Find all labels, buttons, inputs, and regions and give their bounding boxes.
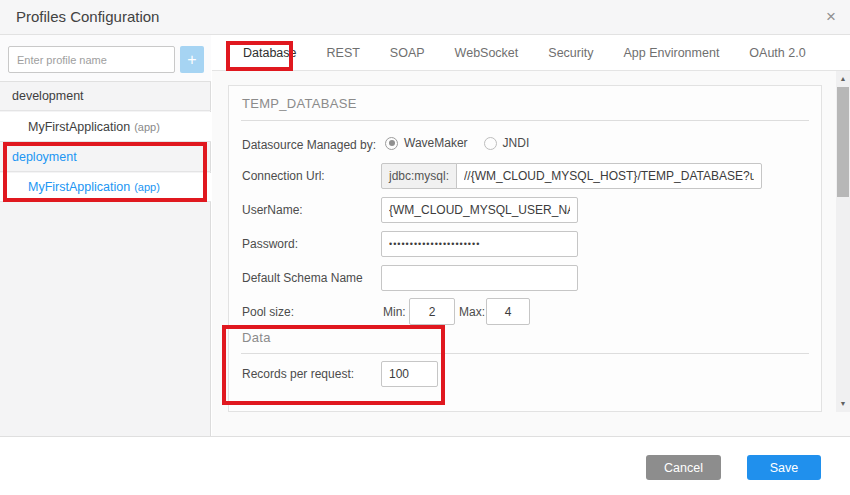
connection-url-input[interactable] [456, 163, 762, 189]
section-title-temp-database: TEMP_DATABASE [242, 96, 357, 111]
connection-url-label: Connection Url: [242, 169, 325, 183]
sidebar-item-deployment[interactable]: deployment [0, 143, 211, 172]
app-label: MyFirstApplication [28, 120, 130, 134]
tab-soap[interactable]: SOAP [385, 35, 430, 71]
database-settings-panel: TEMP_DATABASE Datasource Managed by: Wav… [228, 85, 822, 412]
tab-oauth[interactable]: OAuth 2.0 [744, 35, 810, 71]
radio-jndi-label: JNDI [503, 136, 530, 150]
pool-min-input[interactable] [409, 298, 455, 325]
app-label: MyFirstApplication [28, 180, 130, 194]
sidebar-item-development[interactable]: development [0, 82, 211, 111]
tab-database[interactable]: Database [238, 35, 302, 71]
scroll-down-icon[interactable]: ▼ [836, 398, 850, 410]
app-suffix: (app) [134, 121, 160, 133]
password-input[interactable] [381, 231, 578, 257]
profile-add-row: + [0, 35, 211, 82]
tab-rest[interactable]: REST [322, 35, 365, 71]
profile-name-input[interactable] [8, 46, 175, 73]
radio-jndi[interactable] [484, 137, 497, 150]
profile-label: development [12, 89, 84, 103]
pool-size-label: Pool size: [242, 305, 294, 319]
section-title-data: Data [242, 330, 271, 345]
app-suffix: (app) [134, 181, 160, 193]
password-label: Password: [242, 237, 298, 251]
sidebar-item-myfirstapplication-development[interactable]: MyFirstApplication (app) [0, 112, 211, 142]
default-schema-label: Default Schema Name [242, 271, 363, 285]
tab-content-database: TEMP_DATABASE Datasource Managed by: Wav… [212, 71, 850, 436]
tab-websocket[interactable]: WebSocket [450, 35, 524, 71]
tab-security[interactable]: Security [543, 35, 598, 71]
username-input[interactable] [381, 197, 578, 223]
profile-label: deployment [12, 150, 77, 164]
default-schema-input[interactable] [381, 265, 578, 291]
dialog-footer: Cancel Save [0, 436, 850, 495]
pool-max-input[interactable] [486, 298, 530, 325]
scrollbar[interactable]: ▲ ▼ [836, 71, 850, 412]
datasource-radio-group: WaveMaker JNDI [385, 136, 529, 150]
cancel-button[interactable]: Cancel [646, 455, 721, 480]
jdbc-prefix-box: jdbc:mysql: [381, 163, 457, 189]
scroll-up-icon[interactable]: ▲ [836, 73, 850, 85]
section-divider [241, 120, 809, 121]
pool-max-label: Max: [459, 305, 485, 319]
profiles-sidebar: + development MyFirstApplication (app) d… [0, 35, 211, 436]
profiles-configuration-dialog: Profiles Configuration × + development M… [0, 0, 850, 495]
dialog-title: Profiles Configuration [16, 8, 159, 25]
pool-min-label: Min: [383, 305, 406, 319]
sidebar-item-myfirstapplication-deployment[interactable]: MyFirstApplication (app) [0, 173, 211, 202]
radio-wavemaker[interactable] [385, 137, 398, 150]
datasource-managed-label: Datasource Managed by: [242, 138, 376, 152]
add-profile-button[interactable]: + [180, 46, 204, 73]
close-icon[interactable]: × [826, 7, 836, 27]
tab-app-environment[interactable]: App Environment [618, 35, 724, 71]
records-per-request-input[interactable] [381, 361, 438, 387]
records-per-request-label: Records per request: [242, 367, 354, 381]
username-label: UserName: [242, 203, 303, 217]
config-tabbar: Database REST SOAP WebSocket Security Ap… [212, 35, 850, 71]
radio-wavemaker-label: WaveMaker [404, 136, 468, 150]
dialog-titlebar: Profiles Configuration × [0, 0, 850, 35]
scrollbar-thumb[interactable] [837, 87, 849, 197]
save-button[interactable]: Save [747, 455, 821, 480]
section-divider [241, 353, 809, 354]
